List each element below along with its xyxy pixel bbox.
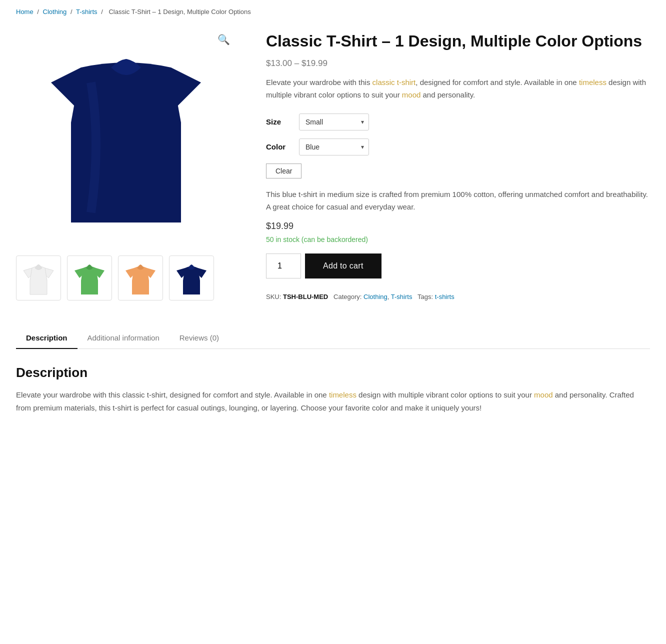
stock-info: 50 in stock (can be backordered) (266, 236, 650, 244)
add-to-cart-row: Add to cart (266, 254, 650, 278)
thumbnail-white[interactable] (16, 256, 61, 300)
thumbnail-orange[interactable] (118, 256, 163, 300)
desc-link-mood[interactable]: mood (402, 90, 421, 99)
color-variation-row: Color Blue White Green Orange (266, 138, 650, 156)
breadcrumb-current: Classic T-Shirt – 1 Design, Multiple Col… (108, 8, 250, 16)
product-title: Classic T-Shirt – 1 Design, Multiple Col… (266, 32, 650, 50)
sku-value: TSH-BLU-MED (283, 293, 328, 300)
desc-link-timeless[interactable]: classic t-shirt (372, 78, 416, 86)
product-price-range: $13.00 – $19.99 (266, 58, 650, 68)
tab-reviews[interactable]: Reviews (0) (170, 328, 229, 349)
add-to-cart-button[interactable]: Add to cart (305, 254, 382, 278)
quantity-input[interactable] (266, 254, 301, 278)
category-label: Category: (334, 293, 364, 300)
description-section-body: Elevate your wardrobe with this classic … (16, 388, 650, 414)
thumbnail-row (16, 256, 236, 300)
category-tshirts[interactable]: T-shirts (391, 293, 412, 300)
desc-body-link-timeless[interactable]: timeless (329, 390, 356, 399)
product-details: Classic T-Shirt – 1 Design, Multiple Col… (266, 28, 650, 304)
desc-body-link-mood[interactable]: mood (534, 390, 553, 399)
tags-label: Tags: (418, 293, 435, 300)
breadcrumb-home[interactable]: Home (16, 8, 34, 16)
main-product-image (41, 42, 211, 232)
desc-link-timeless2[interactable]: timeless (579, 78, 606, 86)
sku-label: SKU: (266, 293, 283, 300)
breadcrumb-tshirts[interactable]: T-shirts (76, 8, 98, 16)
breadcrumb: Home / Clothing / T-shirts / Classic T-S… (16, 8, 650, 16)
clear-button[interactable]: Clear (266, 164, 302, 178)
product-images: 🔍 (16, 28, 236, 304)
tag-tshirts[interactable]: t-shirts (435, 293, 454, 300)
color-select[interactable]: Blue White Green Orange (299, 138, 369, 156)
category-clothing[interactable]: Clothing (364, 293, 388, 300)
tabs-bar: Description Additional information Revie… (16, 328, 650, 349)
description-section: Description Elevate your wardrobe with t… (16, 365, 650, 414)
thumbnail-navy[interactable] (169, 256, 214, 300)
tab-description[interactable]: Description (16, 328, 78, 349)
breadcrumb-clothing[interactable]: Clothing (43, 8, 67, 16)
zoom-icon[interactable]: 🔍 (218, 34, 230, 46)
tab-additional-information[interactable]: Additional information (78, 328, 170, 349)
size-label: Size (266, 118, 291, 126)
size-select[interactable]: Small Medium Large XL (299, 114, 369, 130)
description-section-title: Description (16, 365, 650, 380)
color-label: Color (266, 142, 291, 151)
size-variation-row: Size Small Medium Large XL (266, 114, 650, 130)
variant-price: $19.99 (266, 221, 650, 232)
product-short-description: Elevate your wardrobe with this classic … (266, 76, 650, 102)
product-meta: SKU: TSH-BLU-MED Category: Clothing, T-s… (266, 290, 650, 304)
variant-description: This blue t-shirt in medium size is craf… (266, 188, 650, 214)
thumbnail-green[interactable] (67, 256, 112, 300)
